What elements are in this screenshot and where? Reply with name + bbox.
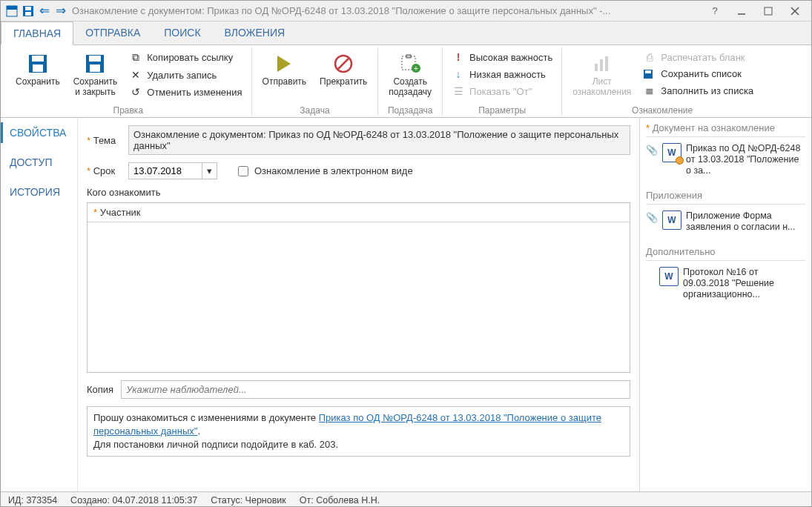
low-prio-icon: ↓ bbox=[452, 68, 465, 80]
paperclip-icon: 📎 bbox=[646, 211, 658, 223]
nav-access[interactable]: ДОСТУП bbox=[1, 148, 77, 177]
svg-rect-10 bbox=[32, 56, 44, 62]
deadline-input[interactable] bbox=[128, 162, 202, 179]
undo-icon: ↺ bbox=[129, 86, 142, 98]
tab-send[interactable]: ОТПРАВКА bbox=[73, 21, 152, 44]
svg-rect-24 bbox=[605, 56, 608, 71]
deadline-label: Срок bbox=[87, 165, 122, 176]
status-id: ИД: 373354 bbox=[8, 495, 57, 506]
save-list-icon bbox=[643, 69, 656, 79]
group-edit-label: Правка bbox=[113, 104, 144, 116]
undo-button[interactable]: ↺Отменить изменения bbox=[126, 84, 245, 99]
tab-attachments[interactable]: ВЛОЖЕНИЯ bbox=[213, 21, 297, 44]
svg-rect-19 bbox=[406, 55, 411, 58]
fill-list-icon: ≣ bbox=[643, 84, 656, 96]
svg-marker-15 bbox=[277, 56, 291, 72]
svg-rect-4 bbox=[25, 12, 31, 16]
group-task-label: Задача bbox=[300, 104, 329, 116]
group-subtask-label: Подзадача bbox=[388, 104, 433, 116]
theme-field[interactable]: Ознакомление с документом: Приказ по ОД … bbox=[128, 125, 630, 155]
show-from-button[interactable]: ☰Показать "От" bbox=[449, 84, 555, 99]
attached-document-1[interactable]: 📎 W Приказ по ОД №ОРД-6248 от 13.03.2018… bbox=[646, 142, 805, 178]
subtask-icon: + bbox=[400, 51, 420, 76]
status-created: Создано: 04.07.2018 11:05:37 bbox=[70, 495, 197, 506]
attached-document-3[interactable]: W Протокол №16 от 09.03.2018 "Решение ор… bbox=[646, 265, 805, 302]
copy-label: Копия bbox=[87, 384, 113, 395]
group-ack-label: Ознакомление bbox=[632, 104, 693, 116]
word-doc-icon: W bbox=[662, 211, 681, 230]
save-close-icon bbox=[85, 51, 105, 76]
section-document-title: Документ на ознакомление bbox=[646, 122, 805, 137]
group-params-label: Параметры bbox=[478, 104, 526, 116]
tab-main[interactable]: ГЛАВНАЯ bbox=[1, 21, 73, 45]
word-doc-icon: W bbox=[659, 267, 679, 286]
fill-list-button[interactable]: ≣Заполнить из списка bbox=[640, 83, 756, 98]
stop-icon bbox=[334, 51, 353, 76]
save-icon-titlebar[interactable] bbox=[20, 3, 36, 19]
nav-history[interactable]: ИСТОРИЯ bbox=[1, 177, 77, 207]
copy-link-button[interactable]: ⧉Копировать ссылку bbox=[126, 50, 245, 65]
forward-arrow-icon[interactable]: ⇒ bbox=[53, 3, 69, 19]
app-icon bbox=[4, 3, 20, 19]
window-title: Ознакомление с документом: Приказ по ОД … bbox=[69, 5, 702, 16]
theme-label: Тема bbox=[87, 135, 122, 146]
nav-properties[interactable]: СВОЙСТВА bbox=[1, 118, 77, 148]
electronic-label: Ознакомление в электронном виде bbox=[254, 165, 413, 176]
participant-column: Участник bbox=[88, 203, 630, 222]
show-from-icon: ☰ bbox=[452, 85, 465, 97]
save-button[interactable]: Сохранить bbox=[11, 48, 65, 90]
svg-rect-11 bbox=[33, 64, 43, 72]
svg-rect-6 bbox=[765, 7, 772, 15]
status-from: От: Соболева Н.Н. bbox=[300, 495, 380, 506]
paperclip-icon: 📎 bbox=[646, 143, 658, 156]
print-icon: ⎙ bbox=[643, 51, 656, 63]
save-icon bbox=[27, 51, 48, 76]
ack-list-icon bbox=[592, 51, 613, 76]
create-subtask-button[interactable]: + Создать подзадачу bbox=[384, 48, 436, 100]
word-doc-icon: W bbox=[662, 143, 681, 162]
svg-text:+: + bbox=[414, 64, 418, 73]
stop-button[interactable]: Прекратить bbox=[315, 48, 372, 90]
participants-grid[interactable]: Участник bbox=[87, 202, 630, 373]
section-additional-title: Дополнительно bbox=[646, 246, 805, 261]
message-box[interactable]: Прошу ознакомиться с изменениями в докум… bbox=[87, 406, 630, 457]
svg-rect-3 bbox=[25, 7, 31, 10]
tab-search[interactable]: ПОИСК bbox=[152, 21, 212, 44]
close-button[interactable] bbox=[782, 2, 808, 20]
play-icon bbox=[274, 51, 294, 76]
svg-rect-14 bbox=[90, 64, 100, 72]
save-close-button[interactable]: Сохранить и закрыть bbox=[69, 48, 122, 100]
svg-line-17 bbox=[337, 58, 349, 70]
print-blank-button: ⎙Распечатать бланк bbox=[640, 50, 756, 64]
deadline-dropdown[interactable]: ▾ bbox=[202, 162, 217, 179]
delete-button[interactable]: ✕Удалить запись bbox=[126, 67, 245, 82]
status-status: Статус: Черновик bbox=[211, 495, 286, 506]
svg-rect-1 bbox=[7, 6, 17, 10]
svg-rect-22 bbox=[595, 64, 598, 71]
maximize-button[interactable] bbox=[755, 2, 782, 20]
who-label: Кого ознакомить bbox=[87, 187, 630, 198]
low-priority-button[interactable]: ↓Низкая важность bbox=[449, 67, 555, 82]
send-button[interactable]: Отправить bbox=[258, 48, 311, 90]
help-button[interactable]: ? bbox=[702, 2, 728, 20]
back-arrow-icon[interactable]: ⇐ bbox=[36, 3, 53, 19]
ack-list-button: Лист ознакомления bbox=[568, 48, 636, 100]
svg-rect-23 bbox=[600, 59, 603, 71]
attached-document-2[interactable]: 📎 W Приложение Форма заявления о согласи… bbox=[646, 209, 805, 234]
copy-input[interactable] bbox=[121, 380, 630, 399]
copy-link-icon: ⧉ bbox=[129, 51, 142, 64]
delete-icon: ✕ bbox=[129, 69, 142, 81]
high-priority-button[interactable]: !Высокая важность bbox=[449, 50, 555, 64]
minimize-button[interactable] bbox=[728, 2, 755, 20]
section-attachments-title: Приложения bbox=[646, 190, 805, 205]
svg-rect-26 bbox=[645, 70, 651, 73]
svg-rect-13 bbox=[89, 56, 101, 62]
save-list-button[interactable]: Сохранить список bbox=[640, 67, 756, 81]
electronic-checkbox[interactable] bbox=[238, 166, 248, 176]
high-prio-icon: ! bbox=[452, 51, 465, 63]
